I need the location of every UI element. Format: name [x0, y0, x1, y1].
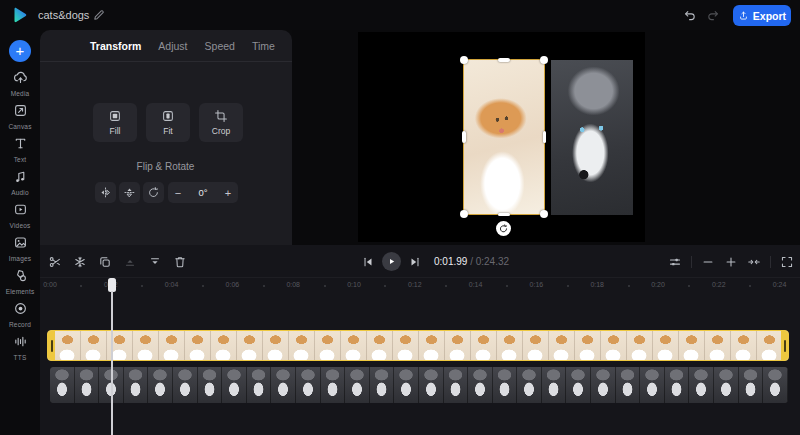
export-label: Export — [753, 10, 786, 22]
ruler-label: 0:04 — [165, 281, 179, 288]
tab-adjust[interactable]: Adjust — [158, 40, 187, 52]
play-button[interactable] — [382, 252, 401, 271]
zoom-in-button[interactable] — [724, 255, 738, 269]
record-icon — [13, 301, 28, 316]
resize-handle-bottom-right[interactable] — [540, 210, 548, 218]
sidebar-item-elements[interactable]: Elements — [0, 268, 40, 295]
ruler-label: 0:18 — [590, 281, 604, 288]
project-title: cats&dogs — [38, 9, 89, 21]
export-button[interactable]: Export — [733, 5, 791, 26]
dog-filmstrip — [50, 367, 788, 403]
dog-thumbnail — [739, 367, 764, 403]
sidebar-label: Images — [0, 255, 40, 262]
flip-horizontal-icon — [99, 186, 112, 199]
fit-button[interactable]: Fit — [146, 103, 190, 142]
next-frame-button[interactable] — [408, 255, 422, 269]
previous-frame-button[interactable] — [361, 255, 375, 269]
sidebar-item-audio[interactable]: Audio — [0, 169, 40, 196]
preview-dog-video[interactable] — [551, 60, 633, 215]
sidebar-item-media[interactable]: Media — [0, 70, 40, 97]
ruler-label: 0:00 — [43, 281, 57, 288]
rotation-increase-button[interactable]: + — [218, 187, 238, 199]
timeline-tools-left — [48, 245, 187, 278]
rotation-decrease-button[interactable]: − — [168, 187, 188, 199]
preview-canvas[interactable] — [358, 32, 645, 242]
sidebar-item-canvas[interactable]: Canvas — [0, 103, 40, 130]
duplicate-button[interactable] — [98, 255, 112, 269]
divider — [691, 256, 692, 268]
fit-timeline-button[interactable] — [747, 255, 761, 269]
dog-thumbnail — [271, 367, 296, 403]
split-button[interactable] — [48, 255, 62, 269]
cat-thumbnail — [237, 331, 263, 360]
ruler-tick-dot — [384, 285, 386, 287]
ruler-tick-dot — [263, 285, 265, 287]
cat-thumbnail — [679, 331, 705, 360]
ruler-label: 0:20 — [651, 281, 665, 288]
fit-icon — [161, 109, 175, 123]
freeze-snowflake-icon — [73, 255, 87, 269]
resize-handle-top-right[interactable] — [540, 56, 548, 64]
fill-button[interactable]: Fill — [93, 103, 137, 142]
playhead[interactable] — [108, 278, 116, 435]
cat-thumbnail — [549, 331, 575, 360]
caret-down-line-button[interactable] — [148, 255, 162, 269]
dog-thumbnail — [665, 367, 690, 403]
left-sidebar: + Media Canvas Text A — [0, 30, 40, 435]
fit-timeline-icon — [747, 255, 761, 269]
cat-thumbnail — [653, 331, 679, 360]
sidebar-item-record[interactable]: Record — [0, 301, 40, 328]
trim-handle-left[interactable] — [48, 331, 55, 360]
add-media-button[interactable]: + — [9, 40, 31, 62]
rotate-button[interactable] — [143, 182, 164, 203]
cat-track-clip[interactable] — [47, 330, 789, 361]
freeze-button[interactable] — [73, 255, 87, 269]
time-display: 0:01.99 / 0:24.32 — [434, 256, 509, 267]
ruler-label: 0:14 — [469, 281, 483, 288]
timeline-ruler[interactable]: 0:000:020:040:060:080:100:120:140:160:18… — [40, 278, 800, 294]
fill-icon — [108, 109, 122, 123]
track-options-button[interactable] — [668, 255, 682, 269]
sidebar-item-images[interactable]: Images — [0, 235, 40, 262]
resize-handle-top[interactable] — [498, 58, 510, 62]
time-separator: / — [470, 256, 473, 267]
preview-cat-video[interactable] — [463, 59, 545, 215]
delete-button[interactable] — [173, 255, 187, 269]
tab-transform[interactable]: Transform — [90, 40, 141, 52]
resize-handle-top-left[interactable] — [460, 56, 468, 64]
ruler-tick-dot — [506, 285, 508, 287]
dog-thumbnail — [689, 367, 714, 403]
ruler-label: 0:22 — [712, 281, 726, 288]
playhead-line — [111, 291, 113, 435]
playhead-head[interactable] — [108, 278, 116, 292]
resize-handle-right[interactable] — [543, 131, 547, 143]
sidebar-label: TTS — [0, 354, 40, 361]
resize-handle-left[interactable] — [462, 131, 466, 143]
flip-rotate-heading: Flip & Rotate — [93, 161, 238, 172]
zoom-out-button[interactable] — [701, 255, 715, 269]
tab-time[interactable]: Time — [252, 40, 275, 52]
ruler-tick-dot — [141, 285, 143, 287]
redo-icon[interactable] — [706, 8, 720, 22]
crop-button[interactable]: Crop — [199, 103, 243, 142]
pencil-icon[interactable] — [92, 8, 106, 22]
undo-icon[interactable] — [683, 8, 697, 22]
trim-handle-right[interactable] — [781, 331, 788, 360]
zoom-in-icon — [724, 255, 738, 269]
export-upload-icon — [738, 10, 749, 21]
sidebar-item-tts[interactable]: TTS — [0, 334, 40, 361]
caret-up-line-button[interactable] — [123, 255, 137, 269]
resize-handle-bottom[interactable] — [498, 213, 510, 217]
flip-horizontal-button[interactable] — [95, 182, 116, 203]
rotate-selection-handle[interactable] — [496, 221, 511, 236]
sidebar-label: Videos — [0, 222, 40, 229]
flip-vertical-button[interactable] — [119, 182, 140, 203]
sidebar-item-videos[interactable]: Videos — [0, 202, 40, 229]
rotation-value[interactable]: 0° — [188, 187, 218, 198]
dog-track-clip[interactable] — [50, 367, 788, 403]
elements-icon — [13, 268, 28, 283]
tab-speed[interactable]: Speed — [205, 40, 235, 52]
expand-timeline-button[interactable] — [780, 255, 794, 269]
sidebar-item-text[interactable]: Text — [0, 136, 40, 163]
resize-handle-bottom-left[interactable] — [460, 210, 468, 218]
